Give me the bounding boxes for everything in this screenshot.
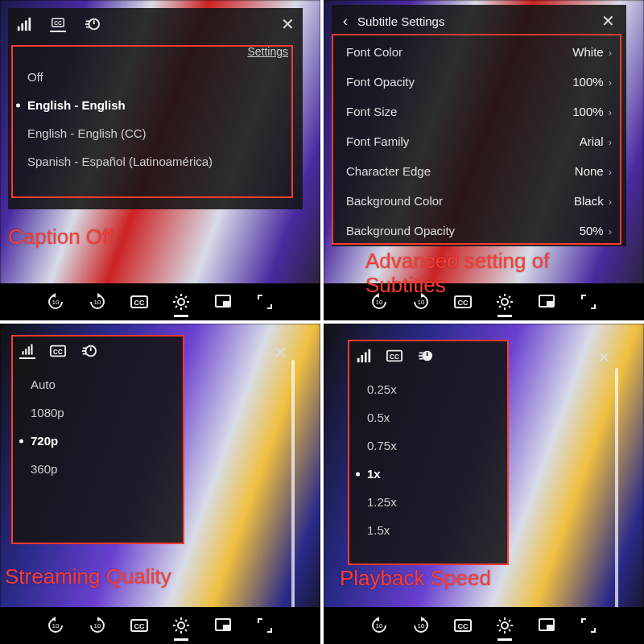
caption-option[interactable]: Off	[8, 63, 303, 91]
quality-tab-icon[interactable]	[19, 343, 35, 359]
rewind-10-icon[interactable]	[370, 293, 388, 311]
caption-option[interactable]: English - English (CC)	[8, 119, 303, 147]
speed-options: 0.25x 0.5x 0.75x 1x 1.25x 1.5x	[348, 372, 509, 552]
setting-row[interactable]: Character EdgeNone›	[332, 156, 626, 186]
close-icon[interactable]: ✕	[601, 11, 615, 31]
pip-icon[interactable]	[538, 617, 555, 634]
speed-option[interactable]: 0.5x	[348, 403, 509, 431]
gear-icon[interactable]	[172, 293, 190, 311]
forward-10-icon[interactable]	[412, 617, 430, 634]
quadrant-speed: 0.25x 0.5x 0.75x 1x 1.25x 1.5x ✕ Playbac…	[324, 324, 644, 644]
cc-icon[interactable]	[454, 617, 472, 634]
gear-icon[interactable]	[172, 617, 190, 634]
pip-icon[interactable]	[214, 617, 232, 634]
quality-option[interactable]: Auto	[11, 370, 184, 398]
cc-icon[interactable]	[130, 293, 148, 311]
quality-panel: Auto 1080p 720p 360p	[11, 335, 184, 544]
speed-tab-icon[interactable]	[80, 343, 97, 359]
speed-tab-icon[interactable]	[417, 348, 433, 364]
speed-option[interactable]: 0.75x	[348, 431, 509, 460]
panel-tabs: ✕	[8, 8, 303, 40]
fullscreen-icon[interactable]	[256, 617, 274, 634]
fullscreen-icon[interactable]	[580, 617, 597, 634]
panel-tabs	[11, 335, 184, 367]
speed-option[interactable]: 1.5x	[348, 516, 509, 544]
setting-row[interactable]: Font ColorWhite›	[332, 37, 626, 67]
cc-tab-icon[interactable]	[386, 348, 402, 364]
rewind-10-icon[interactable]	[47, 617, 64, 634]
captions-panel: ✕ Settings Off English - English English…	[8, 8, 303, 209]
fullscreen-icon[interactable]	[256, 293, 274, 311]
quality-option[interactable]: 360p	[11, 455, 184, 483]
setting-row[interactable]: Font Size100%›	[332, 97, 626, 126]
forward-10-icon[interactable]	[89, 293, 106, 311]
pip-icon[interactable]	[214, 293, 232, 311]
quality-tab-icon[interactable]	[16, 16, 32, 32]
forward-10-icon[interactable]	[89, 617, 106, 634]
setting-row[interactable]: Font FamilyArial›	[332, 126, 626, 156]
back-icon[interactable]: ‹	[343, 13, 348, 30]
gear-icon[interactable]	[496, 617, 514, 634]
cc-icon[interactable]	[130, 617, 148, 634]
rewind-10-icon[interactable]	[370, 617, 388, 634]
rewind-10-icon[interactable]	[47, 293, 64, 311]
quadrant-subtitle-settings: ‹ Subtitle Settings ✕ Font ColorWhite› F…	[324, 0, 644, 320]
panel-tabs	[348, 340, 509, 372]
scrollbar[interactable]	[615, 368, 618, 636]
player-controls	[0, 283, 320, 320]
player-controls	[324, 607, 644, 644]
setting-row[interactable]: Background ColorBlack›	[332, 186, 626, 216]
quality-options: Auto 1080p 720p 360p	[11, 367, 184, 491]
speed-option[interactable]: 1x	[348, 460, 509, 488]
caption-options: Off English - English English - English …	[8, 60, 303, 184]
setting-row[interactable]: Font Opacity100%›	[332, 67, 626, 97]
panel-header: ‹ Subtitle Settings ✕	[332, 5, 626, 37]
player-controls	[0, 607, 320, 644]
setting-row[interactable]: Background Opacity50%›	[332, 216, 626, 246]
caption-option[interactable]: Spanish - Español (Latinoamérica)	[8, 147, 303, 175]
quadrant-quality: Auto 1080p 720p 360p ✕ Streaming Quality	[0, 324, 320, 644]
panel-title: Subtitle Settings	[357, 14, 444, 28]
close-icon[interactable]: ✕	[281, 14, 295, 34]
quadrant-captions: ✕ Settings Off English - English English…	[0, 0, 320, 320]
cc-tab-icon[interactable]	[50, 343, 66, 359]
cc-icon[interactable]	[454, 293, 472, 311]
close-icon[interactable]: ✕	[597, 348, 611, 367]
close-icon[interactable]: ✕	[274, 343, 287, 362]
speed-option[interactable]: 0.25x	[348, 375, 509, 403]
subtitle-settings-panel: ‹ Subtitle Settings ✕ Font ColorWhite› F…	[332, 5, 626, 246]
quality-option[interactable]: 720p	[11, 427, 184, 455]
forward-10-icon[interactable]	[412, 293, 430, 311]
subtitle-settings-link[interactable]: Settings	[8, 40, 303, 60]
gear-icon[interactable]	[496, 293, 514, 311]
caption-option[interactable]: English - English	[8, 91, 303, 119]
cc-tab-icon[interactable]	[50, 16, 66, 32]
scrollbar[interactable]	[291, 360, 295, 636]
quality-tab-icon[interactable]	[356, 348, 372, 364]
fullscreen-icon[interactable]	[580, 293, 597, 311]
pip-icon[interactable]	[538, 293, 555, 311]
speed-tab-icon[interactable]	[84, 16, 100, 32]
quality-option[interactable]: 1080p	[11, 398, 184, 427]
speed-panel: 0.25x 0.5x 0.75x 1x 1.25x 1.5x	[348, 340, 509, 565]
speed-option[interactable]: 1.25x	[348, 488, 509, 516]
player-controls	[324, 283, 644, 320]
